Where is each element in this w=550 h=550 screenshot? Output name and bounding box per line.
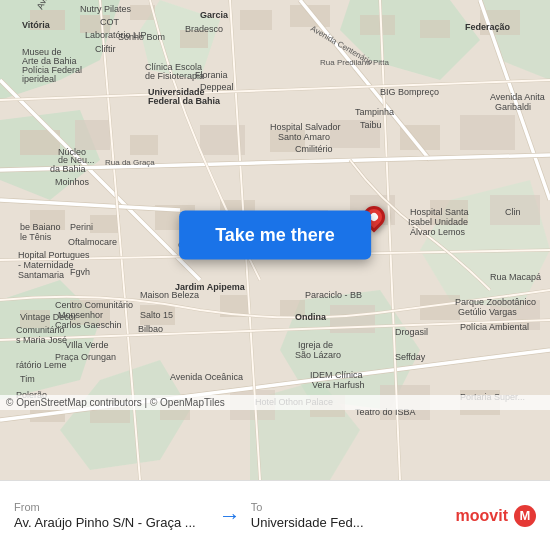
svg-text:Isabel Unidade: Isabel Unidade	[408, 217, 468, 227]
svg-text:- Maternidade: - Maternidade	[18, 260, 74, 270]
svg-text:Santo Amaro: Santo Amaro	[278, 132, 330, 142]
svg-text:VIlla Verde: VIlla Verde	[65, 340, 109, 350]
destination-value: Universidade Fed...	[251, 515, 446, 530]
svg-text:BIG Bompreço: BIG Bompreço	[380, 87, 439, 97]
svg-text:Avenida Anita: Avenida Anita	[490, 92, 545, 102]
svg-text:Santamaria: Santamaria	[18, 270, 64, 280]
svg-text:Paraciclo - BB: Paraciclo - BB	[305, 290, 362, 300]
svg-text:Nutry Pilates: Nutry Pilates	[80, 4, 132, 14]
svg-text:COT: COT	[100, 17, 120, 27]
svg-text:Carlos Gaeschin: Carlos Gaeschin	[55, 320, 122, 330]
svg-rect-27	[460, 115, 515, 150]
svg-text:s Maria José: s Maria José	[16, 335, 67, 345]
svg-rect-18	[420, 20, 450, 38]
svg-rect-17	[360, 15, 395, 35]
svg-text:be Baiano: be Baiano	[20, 222, 61, 232]
svg-text:Vitória: Vitória	[22, 20, 51, 30]
take-me-there-button[interactable]: Take me there	[179, 211, 371, 260]
svg-text:Hospital Salvador: Hospital Salvador	[270, 122, 341, 132]
svg-text:Avenida Oceânica: Avenida Oceânica	[170, 372, 243, 382]
svg-text:Florania: Florania	[195, 70, 228, 80]
svg-text:Rua da Graça: Rua da Graça	[105, 158, 155, 167]
svg-rect-29	[90, 215, 120, 233]
svg-text:Federal da Bahia: Federal da Bahia	[148, 96, 221, 106]
origin-value: Av. Araújo Pinho S/N - Graça ...	[14, 515, 209, 530]
svg-text:São Lázaro: São Lázaro	[295, 350, 341, 360]
moovit-logo-text: moovit	[456, 507, 508, 525]
origin-section: From Av. Araújo Pinho S/N - Graça ...	[14, 501, 209, 530]
svg-text:Sonho Bom: Sonho Bom	[118, 32, 165, 42]
svg-text:Polícia Ambiental: Polícia Ambiental	[460, 322, 529, 332]
svg-text:le Tênis: le Tênis	[20, 232, 52, 242]
svg-text:iperideal: iperideal	[22, 74, 56, 84]
svg-text:Centro Comunitário: Centro Comunitário	[55, 300, 133, 310]
svg-text:Fgvh: Fgvh	[70, 267, 90, 277]
map-container: Vitória Museu de Arte da Bahia Polícia F…	[0, 0, 550, 480]
svg-text:Jardim Apipema: Jardim Apipema	[175, 282, 246, 292]
svg-text:Drogasil: Drogasil	[395, 327, 428, 337]
svg-rect-15	[240, 10, 272, 30]
copyright-text: © OpenStreetMap contributors | © OpenMap…	[6, 397, 225, 408]
svg-text:Cliftir: Cliftir	[95, 44, 116, 54]
bottom-bar: From Av. Araújo Pinho S/N - Graça ... → …	[0, 480, 550, 550]
origin-label: From	[14, 501, 209, 513]
svg-text:Garibaldi: Garibaldi	[495, 102, 531, 112]
svg-text:Tim: Tim	[20, 374, 35, 384]
svg-text:Oftalmocare: Oftalmocare	[68, 237, 117, 247]
svg-text:Rua Predilano Pitta: Rua Predilano Pitta	[320, 58, 389, 67]
svg-text:Federação: Federação	[465, 22, 511, 32]
svg-text:Taibu: Taibu	[360, 120, 382, 130]
destination-section: To Universidade Fed...	[251, 501, 446, 530]
svg-text:Bradesco: Bradesco	[185, 24, 223, 34]
svg-rect-22	[130, 135, 158, 155]
moovit-icon: M	[514, 505, 536, 527]
svg-text:Clin: Clin	[505, 207, 521, 217]
svg-text:Bilbao: Bilbao	[138, 324, 163, 334]
moovit-icon-letter: M	[520, 508, 531, 523]
route-arrow-icon: →	[219, 503, 241, 529]
svg-text:Getúlio Vargas: Getúlio Vargas	[458, 307, 517, 317]
svg-text:Garcia: Garcia	[200, 10, 229, 20]
svg-rect-21	[75, 120, 110, 150]
svg-text:Vera Harfush: Vera Harfush	[312, 380, 365, 390]
svg-text:Monsenhor: Monsenhor	[58, 310, 103, 320]
svg-text:Álvaro Lemos: Álvaro Lemos	[410, 227, 466, 237]
svg-text:Hospital Santa: Hospital Santa	[410, 207, 469, 217]
svg-text:IDEM Clínica: IDEM Clínica	[310, 370, 363, 380]
svg-text:Parque Zoobotânico: Parque Zoobotânico	[455, 297, 536, 307]
moovit-logo: moovit M	[456, 505, 536, 527]
destination-label: To	[251, 501, 446, 513]
svg-text:Tampinha: Tampinha	[355, 107, 394, 117]
svg-text:Cmilitério: Cmilitério	[295, 144, 333, 154]
svg-text:Deppeal: Deppeal	[200, 82, 234, 92]
svg-text:Salto 15: Salto 15	[140, 310, 173, 320]
svg-text:Igreja de: Igreja de	[298, 340, 333, 350]
svg-text:rátório Leme: rátório Leme	[16, 360, 67, 370]
svg-text:Ondina: Ondina	[295, 312, 327, 322]
copyright-bar: © OpenStreetMap contributors | © OpenMap…	[0, 395, 550, 410]
svg-text:Seffday: Seffday	[395, 352, 426, 362]
svg-text:Rua Macapá: Rua Macapá	[490, 272, 541, 282]
svg-text:Hopital Portugues: Hopital Portugues	[18, 250, 90, 260]
svg-text:da Bahia: da Bahia	[50, 164, 86, 174]
svg-text:Moinhos: Moinhos	[55, 177, 90, 187]
svg-text:Perini: Perini	[70, 222, 93, 232]
